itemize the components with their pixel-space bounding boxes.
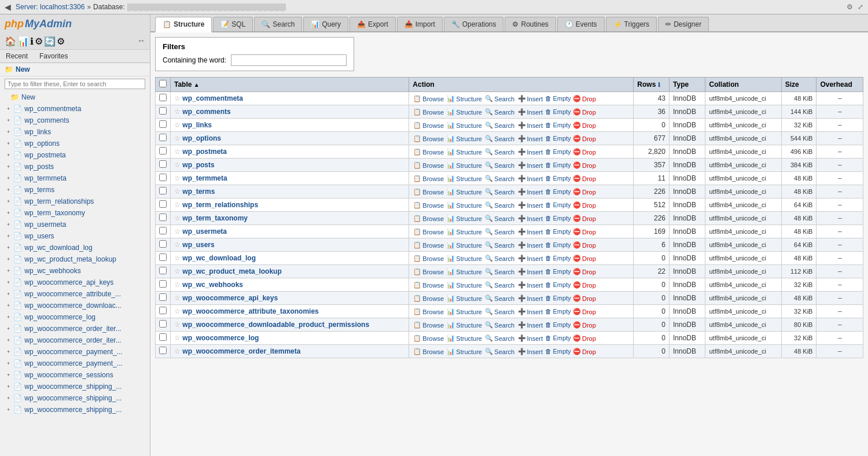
- sidebar-item-shipping1[interactable]: + 📄 wp_woocommerce_shipping_...: [0, 381, 150, 392]
- browse-link[interactable]: 📋 Browse: [413, 241, 444, 249]
- search-link[interactable]: 🔍 Search: [485, 308, 514, 315]
- empty-link[interactable]: 🗑 Empty: [545, 348, 571, 355]
- row-checkbox[interactable]: [159, 307, 167, 314]
- search-link[interactable]: 🔍 Search: [485, 215, 514, 222]
- config-icon[interactable]: ⚙: [57, 36, 65, 47]
- row-checkbox[interactable]: [159, 147, 167, 155]
- search-link[interactable]: 🔍 Search: [485, 348, 514, 355]
- sidebar-item-users[interactable]: + 📄 wp_users: [0, 230, 150, 242]
- insert-link[interactable]: ➕ Insert: [518, 175, 543, 182]
- sidebar-item-attribute-taxonomies[interactable]: + 📄 wp_woocommerce_attribute_...: [0, 288, 150, 300]
- table-name-link[interactable]: wp_posts: [182, 161, 214, 169]
- sidebar-item-comments[interactable]: + 📄 wp_comments: [0, 115, 150, 126]
- browse-link[interactable]: 📋 Browse: [413, 321, 444, 329]
- empty-link[interactable]: 🗑 Empty: [545, 215, 571, 222]
- search-link[interactable]: 🔍 Search: [485, 228, 514, 236]
- table-name-link[interactable]: wp_users: [182, 241, 214, 249]
- browse-link[interactable]: 📋 Browse: [413, 135, 444, 142]
- tab-favorites[interactable]: Favorites: [34, 50, 73, 62]
- search-link[interactable]: 🔍 Search: [485, 122, 514, 129]
- empty-link[interactable]: 🗑 Empty: [545, 135, 571, 142]
- row-checkbox[interactable]: [159, 120, 167, 128]
- info-icon[interactable]: ℹ: [30, 36, 34, 47]
- th-table[interactable]: Table ▲: [171, 78, 409, 92]
- structure-link[interactable]: 📊 Structure: [447, 201, 482, 209]
- filter-input[interactable]: [231, 54, 347, 66]
- sidebar-item-options[interactable]: + 📄 wp_options: [0, 138, 150, 149]
- row-checkbox[interactable]: [159, 267, 167, 274]
- structure-link[interactable]: 📊 Structure: [447, 241, 482, 249]
- browse-link[interactable]: 📋 Browse: [413, 161, 444, 169]
- insert-link[interactable]: ➕ Insert: [518, 188, 543, 196]
- star-icon[interactable]: ☆: [174, 267, 181, 275]
- star-icon[interactable]: ☆: [174, 254, 181, 262]
- star-icon[interactable]: ☆: [174, 281, 181, 289]
- drop-link[interactable]: ⛔ Drop: [573, 334, 596, 342]
- sidebar-item-payment1[interactable]: + 📄 wp_woocommerce_payment_...: [0, 346, 150, 358]
- insert-link[interactable]: ➕ Insert: [518, 215, 543, 222]
- structure-link[interactable]: 📊 Structure: [447, 334, 482, 342]
- drop-link[interactable]: ⛔ Drop: [573, 175, 596, 182]
- table-name-link[interactable]: wp_comments: [182, 108, 230, 116]
- search-link[interactable]: 🔍 Search: [485, 295, 514, 302]
- insert-link[interactable]: ➕ Insert: [518, 321, 543, 329]
- row-checkbox[interactable]: [159, 280, 167, 288]
- table-name-link[interactable]: wp_woocommerce_api_keys: [182, 294, 278, 302]
- browse-link[interactable]: 📋 Browse: [413, 308, 444, 315]
- row-checkbox[interactable]: [159, 293, 167, 301]
- browse-link[interactable]: 📋 Browse: [413, 188, 444, 196]
- row-checkbox[interactable]: [159, 253, 167, 261]
- row-checkbox[interactable]: [159, 200, 167, 208]
- structure-link[interactable]: 📊 Structure: [447, 188, 482, 196]
- insert-link[interactable]: ➕ Insert: [518, 228, 543, 236]
- insert-link[interactable]: ➕ Insert: [518, 135, 543, 142]
- star-icon[interactable]: ☆: [174, 201, 181, 209]
- star-icon[interactable]: ☆: [174, 108, 181, 116]
- browse-link[interactable]: 📋 Browse: [413, 348, 444, 355]
- browse-link[interactable]: 📋 Browse: [413, 148, 444, 156]
- drop-link[interactable]: ⛔ Drop: [573, 241, 596, 249]
- search-link[interactable]: 🔍 Search: [485, 161, 514, 169]
- resize-icon[interactable]: ⤢: [858, 3, 863, 11]
- star-icon[interactable]: ☆: [174, 307, 181, 315]
- table-name-link[interactable]: wp_terms: [182, 187, 215, 196]
- structure-link[interactable]: 📊 Structure: [447, 175, 482, 182]
- star-icon[interactable]: ☆: [174, 121, 181, 129]
- browse-link[interactable]: 📋 Browse: [413, 228, 444, 236]
- empty-link[interactable]: 🗑 Empty: [545, 228, 571, 235]
- star-icon[interactable]: ☆: [174, 187, 181, 196]
- empty-link[interactable]: 🗑 Empty: [545, 175, 571, 182]
- star-icon[interactable]: ☆: [174, 321, 181, 329]
- sidebar-item-posts[interactable]: + 📄 wp_posts: [0, 161, 150, 172]
- sidebar-item-terms[interactable]: + 📄 wp_terms: [0, 184, 150, 196]
- sidebar-item-postmeta[interactable]: + 📄 wp_postmeta: [0, 149, 150, 161]
- star-icon[interactable]: ☆: [174, 214, 181, 222]
- row-checkbox[interactable]: [159, 347, 167, 354]
- insert-link[interactable]: ➕ Insert: [518, 122, 543, 129]
- drop-link[interactable]: ⛔ Drop: [573, 148, 596, 156]
- drop-link[interactable]: ⛔ Drop: [573, 201, 596, 209]
- drop-link[interactable]: ⛔ Drop: [573, 281, 596, 289]
- rows-info-icon[interactable]: ℹ: [658, 82, 660, 88]
- table-name-link[interactable]: wp_links: [182, 121, 212, 129]
- tab-triggers[interactable]: ⚡ Triggers: [606, 17, 657, 31]
- empty-link[interactable]: 🗑 Empty: [545, 268, 571, 275]
- search-link[interactable]: 🔍 Search: [485, 334, 514, 342]
- star-icon[interactable]: ☆: [174, 161, 181, 169]
- star-icon[interactable]: ☆: [174, 294, 181, 302]
- tab-structure[interactable]: 📋 Structure: [155, 17, 212, 32]
- tab-designer[interactable]: ✏ Designer: [658, 17, 709, 31]
- structure-link[interactable]: 📊 Structure: [447, 281, 482, 289]
- star-icon[interactable]: ☆: [174, 347, 181, 355]
- tab-operations[interactable]: 🔧 Operations: [444, 17, 504, 31]
- sidebar-item-term-relationships[interactable]: + 📄 wp_term_relationships: [0, 196, 150, 207]
- expand-icon[interactable]: ↔: [137, 36, 145, 47]
- insert-link[interactable]: ➕ Insert: [518, 148, 543, 156]
- structure-link[interactable]: 📊 Structure: [447, 148, 482, 156]
- sidebar-item-order-item1[interactable]: + 📄 wp_woocommerce_order_iter...: [0, 323, 150, 334]
- structure-link[interactable]: 📊 Structure: [447, 161, 482, 169]
- drop-link[interactable]: ⛔ Drop: [573, 108, 596, 116]
- browse-link[interactable]: 📋 Browse: [413, 281, 444, 289]
- empty-link[interactable]: 🗑 Empty: [545, 108, 571, 115]
- structure-link[interactable]: 📊 Structure: [447, 215, 482, 222]
